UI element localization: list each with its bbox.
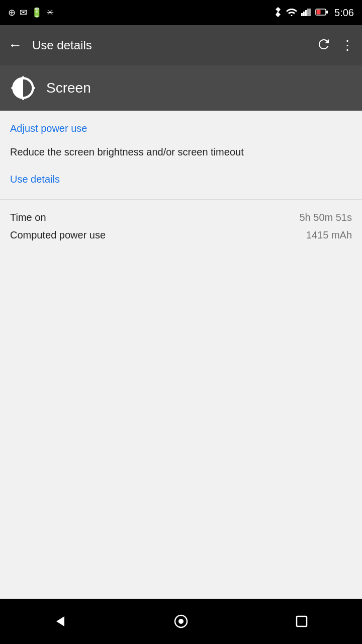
svg-rect-1	[303, 12, 305, 16]
content: Adjust power use Reduce the screen brigh…	[0, 111, 362, 599]
svg-rect-10	[11, 87, 15, 89]
svg-rect-3	[307, 9, 309, 16]
nav-bar	[0, 599, 362, 644]
section-header: Screen	[0, 65, 362, 111]
stats-section: Time on 5h 50m 51s Computed power use 14…	[0, 202, 362, 251]
wifi-icon	[286, 8, 297, 18]
svg-point-14	[178, 619, 184, 624]
svg-rect-6	[326, 11, 328, 14]
app-bar: ← Use details ⋮	[0, 25, 362, 65]
signal-icon	[301, 8, 311, 18]
divider	[0, 199, 362, 200]
adjust-power-link[interactable]: Adjust power use	[0, 111, 362, 140]
time-on-value: 5h 50m 51s	[299, 212, 352, 223]
svg-marker-12	[56, 616, 64, 626]
time-on-label: Time on	[10, 212, 46, 223]
app-bar-title: Use details	[32, 38, 317, 52]
back-button[interactable]: ←	[8, 38, 22, 52]
nav-recents-button[interactable]	[287, 606, 317, 636]
svg-rect-0	[301, 13, 303, 16]
battery-icon	[315, 8, 328, 18]
svg-rect-4	[309, 9, 311, 16]
status-bar-left: ⊕ ✉ 🔋 ✳	[8, 8, 274, 17]
status-icon-battery-saver: 🔋	[31, 8, 42, 17]
computed-power-row: Computed power use 1415 mAh	[10, 229, 352, 241]
computed-power-label: Computed power use	[10, 229, 106, 241]
status-bar-right: 5:06	[274, 7, 354, 19]
computed-power-value: 1415 mAh	[306, 229, 352, 241]
nav-back-button[interactable]	[45, 606, 75, 636]
svg-rect-8	[22, 76, 24, 79]
status-icon-gmail: ✉	[20, 8, 27, 17]
status-bar: ⊕ ✉ 🔋 ✳	[0, 0, 362, 25]
app-bar-actions: ⋮	[317, 37, 354, 53]
status-time: 5:06	[334, 7, 354, 19]
svg-rect-2	[305, 10, 307, 16]
status-icon-chrome: ⊕	[8, 8, 16, 17]
status-icon-sync: ✳	[46, 8, 54, 17]
use-details-link[interactable]: Use details	[0, 170, 362, 197]
svg-rect-9	[22, 97, 24, 100]
nav-home-button[interactable]	[166, 606, 196, 636]
svg-rect-15	[297, 616, 307, 626]
svg-rect-11	[32, 87, 35, 89]
refresh-button[interactable]	[317, 37, 331, 53]
bluetooth-icon	[274, 7, 282, 19]
time-on-row: Time on 5h 50m 51s	[10, 212, 352, 223]
more-options-button[interactable]: ⋮	[341, 39, 354, 52]
description-text: Reduce the screen brightness and/or scre…	[0, 140, 362, 170]
svg-rect-7	[317, 10, 321, 14]
section-title: Screen	[46, 80, 91, 96]
brightness-icon	[10, 75, 36, 101]
